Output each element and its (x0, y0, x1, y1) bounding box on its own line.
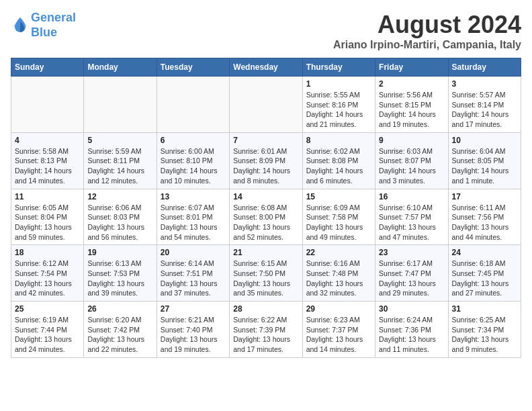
week-row-2: 4Sunrise: 5:58 AM Sunset: 8:13 PM Daylig… (11, 132, 521, 189)
day-info: Sunrise: 6:02 AM Sunset: 8:08 PM Dayligh… (306, 146, 371, 186)
day-info: Sunrise: 6:17 AM Sunset: 7:47 PM Dayligh… (379, 259, 444, 298)
day-info: Sunrise: 6:05 AM Sunset: 8:04 PM Dayligh… (15, 203, 80, 242)
day-info: Sunrise: 6:24 AM Sunset: 7:36 PM Dayligh… (379, 315, 444, 355)
calendar-table: Sunday Monday Tuesday Wednesday Thursday… (11, 58, 521, 358)
day-number: 23 (379, 248, 444, 257)
day-cell: 5Sunrise: 5:59 AM Sunset: 8:11 PM Daylig… (84, 132, 157, 189)
day-cell: 17Sunrise: 6:11 AM Sunset: 7:56 PM Dayli… (448, 189, 521, 245)
day-number: 1 (306, 79, 371, 89)
day-cell (230, 77, 302, 133)
day-number: 7 (233, 136, 298, 145)
day-info: Sunrise: 6:10 AM Sunset: 7:57 PM Dayligh… (379, 203, 444, 242)
day-number: 24 (452, 248, 517, 257)
day-info: Sunrise: 6:20 AM Sunset: 7:42 PM Dayligh… (87, 315, 152, 355)
day-number: 14 (233, 192, 298, 201)
day-cell: 24Sunrise: 6:18 AM Sunset: 7:45 PM Dayli… (448, 245, 521, 302)
day-number: 31 (452, 304, 517, 314)
day-number: 17 (452, 192, 517, 201)
day-cell: 30Sunrise: 6:24 AM Sunset: 7:36 PM Dayli… (375, 302, 448, 358)
col-wednesday: Wednesday (230, 58, 302, 77)
day-info: Sunrise: 6:14 AM Sunset: 7:51 PM Dayligh… (161, 259, 226, 298)
day-cell: 28Sunrise: 6:22 AM Sunset: 7:39 PM Dayli… (230, 302, 302, 358)
day-info: Sunrise: 5:59 AM Sunset: 8:11 PM Dayligh… (87, 146, 152, 186)
day-cell: 8Sunrise: 6:02 AM Sunset: 8:08 PM Daylig… (302, 132, 375, 189)
day-number: 29 (306, 304, 371, 314)
col-tuesday: Tuesday (157, 58, 229, 77)
day-number: 10 (452, 136, 517, 145)
day-info: Sunrise: 6:04 AM Sunset: 8:05 PM Dayligh… (452, 146, 517, 186)
day-cell: 22Sunrise: 6:16 AM Sunset: 7:48 PM Dayli… (302, 245, 375, 302)
day-cell: 16Sunrise: 6:10 AM Sunset: 7:57 PM Dayli… (375, 189, 448, 245)
day-cell: 21Sunrise: 6:15 AM Sunset: 7:50 PM Dayli… (230, 245, 302, 302)
day-info: Sunrise: 5:57 AM Sunset: 8:14 PM Dayligh… (452, 90, 517, 130)
logo-icon (11, 16, 30, 35)
day-number: 15 (306, 192, 371, 201)
day-number: 5 (87, 136, 152, 145)
day-info: Sunrise: 6:01 AM Sunset: 8:09 PM Dayligh… (233, 146, 298, 186)
col-monday: Monday (84, 58, 157, 77)
day-cell: 27Sunrise: 6:21 AM Sunset: 7:40 PM Dayli… (157, 302, 229, 358)
day-number: 28 (233, 304, 298, 314)
day-cell: 26Sunrise: 6:20 AM Sunset: 7:42 PM Dayli… (84, 302, 157, 358)
day-cell (157, 77, 229, 133)
day-number: 11 (15, 192, 80, 201)
day-number: 20 (161, 248, 226, 257)
day-number: 2 (379, 79, 444, 89)
logo: General Blue (11, 11, 76, 40)
day-info: Sunrise: 6:15 AM Sunset: 7:50 PM Dayligh… (233, 259, 298, 298)
day-cell: 13Sunrise: 6:07 AM Sunset: 8:01 PM Dayli… (157, 189, 229, 245)
week-row-5: 25Sunrise: 6:19 AM Sunset: 7:44 PM Dayli… (11, 302, 521, 358)
col-sunday: Sunday (11, 58, 84, 77)
day-info: Sunrise: 6:09 AM Sunset: 7:58 PM Dayligh… (306, 203, 371, 242)
day-info: Sunrise: 6:21 AM Sunset: 7:40 PM Dayligh… (161, 315, 226, 355)
col-friday: Friday (375, 58, 448, 77)
day-cell (11, 77, 84, 133)
day-number: 22 (306, 248, 371, 257)
day-cell: 3Sunrise: 5:57 AM Sunset: 8:14 PM Daylig… (448, 77, 521, 133)
day-cell: 11Sunrise: 6:05 AM Sunset: 8:04 PM Dayli… (11, 189, 84, 245)
day-cell: 19Sunrise: 6:13 AM Sunset: 7:53 PM Dayli… (84, 245, 157, 302)
day-info: Sunrise: 6:08 AM Sunset: 8:00 PM Dayligh… (233, 203, 298, 242)
day-cell: 12Sunrise: 6:06 AM Sunset: 8:03 PM Dayli… (84, 189, 157, 245)
day-cell: 7Sunrise: 6:01 AM Sunset: 8:09 PM Daylig… (230, 132, 302, 189)
day-info: Sunrise: 6:00 AM Sunset: 8:10 PM Dayligh… (161, 146, 226, 186)
header-row: Sunday Monday Tuesday Wednesday Thursday… (11, 58, 521, 77)
title-area: August 2024 Ariano Irpino-Martiri, Campa… (333, 11, 521, 51)
day-cell: 18Sunrise: 6:12 AM Sunset: 7:54 PM Dayli… (11, 245, 84, 302)
day-number: 12 (87, 192, 152, 201)
day-info: Sunrise: 6:23 AM Sunset: 7:37 PM Dayligh… (306, 315, 371, 355)
day-cell: 14Sunrise: 6:08 AM Sunset: 8:00 PM Dayli… (230, 189, 302, 245)
day-number: 16 (379, 192, 444, 201)
day-number: 9 (379, 136, 444, 145)
day-cell: 10Sunrise: 6:04 AM Sunset: 8:05 PM Dayli… (448, 132, 521, 189)
day-cell: 31Sunrise: 6:25 AM Sunset: 7:34 PM Dayli… (448, 302, 521, 358)
header: General Blue August 2024 Ariano Irpino-M… (11, 11, 521, 51)
day-number: 21 (233, 248, 298, 257)
day-number: 4 (15, 136, 80, 145)
day-info: Sunrise: 6:18 AM Sunset: 7:45 PM Dayligh… (452, 259, 517, 298)
col-saturday: Saturday (448, 58, 521, 77)
day-cell: 1Sunrise: 5:55 AM Sunset: 8:16 PM Daylig… (302, 77, 375, 133)
logo-text: General Blue (31, 11, 76, 40)
day-info: Sunrise: 6:19 AM Sunset: 7:44 PM Dayligh… (15, 315, 80, 355)
day-info: Sunrise: 6:22 AM Sunset: 7:39 PM Dayligh… (233, 315, 298, 355)
day-cell: 6Sunrise: 6:00 AM Sunset: 8:10 PM Daylig… (157, 132, 229, 189)
day-cell: 2Sunrise: 5:56 AM Sunset: 8:15 PM Daylig… (375, 77, 448, 133)
week-row-1: 1Sunrise: 5:55 AM Sunset: 8:16 PM Daylig… (11, 77, 521, 133)
logo-line1: General (31, 11, 76, 24)
day-number: 3 (452, 79, 517, 89)
day-info: Sunrise: 6:07 AM Sunset: 8:01 PM Dayligh… (161, 203, 226, 242)
day-cell: 23Sunrise: 6:17 AM Sunset: 7:47 PM Dayli… (375, 245, 448, 302)
day-number: 19 (87, 248, 152, 257)
day-number: 26 (87, 304, 152, 314)
main-title: August 2024 (333, 11, 521, 39)
day-info: Sunrise: 6:03 AM Sunset: 8:07 PM Dayligh… (379, 146, 444, 186)
day-info: Sunrise: 6:16 AM Sunset: 7:48 PM Dayligh… (306, 259, 371, 298)
day-cell: 25Sunrise: 6:19 AM Sunset: 7:44 PM Dayli… (11, 302, 84, 358)
day-cell: 15Sunrise: 6:09 AM Sunset: 7:58 PM Dayli… (302, 189, 375, 245)
calendar-body: 1Sunrise: 5:55 AM Sunset: 8:16 PM Daylig… (11, 77, 521, 358)
day-info: Sunrise: 6:06 AM Sunset: 8:03 PM Dayligh… (87, 203, 152, 242)
day-info: Sunrise: 5:55 AM Sunset: 8:16 PM Dayligh… (306, 90, 371, 130)
week-row-4: 18Sunrise: 6:12 AM Sunset: 7:54 PM Dayli… (11, 245, 521, 302)
day-number: 13 (161, 192, 226, 201)
